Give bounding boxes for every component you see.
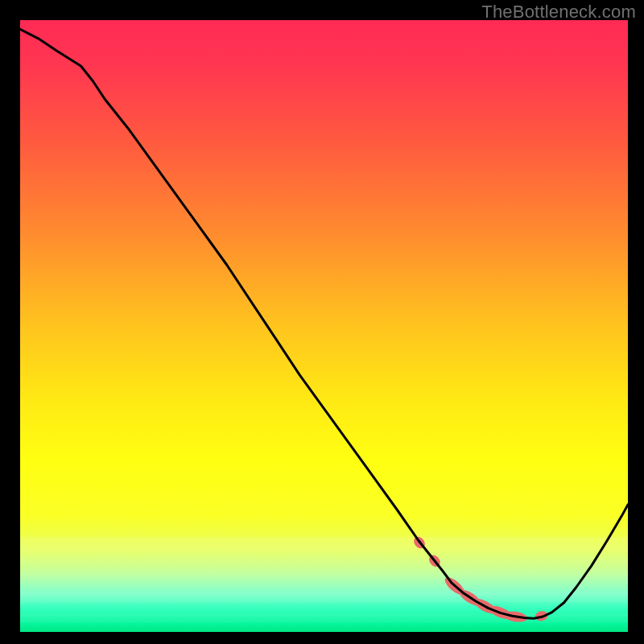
gradient-band — [20, 537, 628, 551]
bottleneck-curve-chart — [20, 20, 628, 632]
gradient-band — [20, 592, 628, 603]
gradient-band — [20, 551, 628, 565]
